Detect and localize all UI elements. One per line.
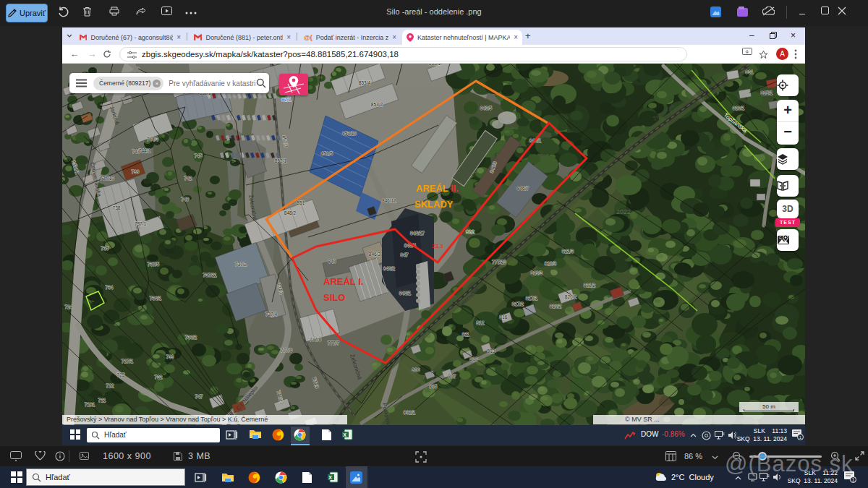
svg-text:777/8: 777/8: [310, 337, 322, 342]
svg-text:846/12: 846/12: [382, 198, 396, 203]
svg-text:X: X: [328, 475, 332, 480]
svg-text:727/1: 727/1: [122, 359, 134, 364]
svg-text:820/1: 820/1: [733, 106, 745, 111]
svg-text:737/5: 737/5: [148, 262, 160, 267]
svg-text:852/1: 852/1: [275, 158, 287, 163]
svg-text:777/7: 777/7: [328, 341, 340, 346]
svg-text:743: 743: [132, 149, 140, 154]
svg-text:892/1: 892/1: [404, 410, 416, 415]
svg-text:730/2: 730/2: [185, 335, 197, 340]
svg-text:817/2: 817/2: [512, 301, 524, 307]
svg-text:811: 811: [462, 332, 470, 337]
svg-text:737/4: 737/4: [265, 312, 278, 317]
svg-text:847: 847: [401, 252, 409, 257]
svg-text:805: 805: [430, 384, 438, 389]
svg-text:853/4: 853/4: [359, 80, 371, 85]
svg-text:849: 849: [328, 259, 336, 264]
svg-text:822: 822: [466, 229, 475, 234]
svg-text:777/6: 777/6: [281, 348, 293, 353]
svg-text:846/3: 846/3: [369, 252, 381, 257]
svg-text:816: 816: [500, 314, 508, 320]
svg-text:737/10: 737/10: [100, 176, 114, 181]
svg-text:807: 807: [448, 374, 456, 379]
svg-text:820/3: 820/3: [545, 261, 557, 266]
svg-text:777/19: 777/19: [492, 260, 506, 265]
svg-text:819/2: 819/2: [550, 304, 562, 309]
svg-text:SKLADY: SKLADY: [414, 199, 454, 210]
svg-text:846/7: 846/7: [517, 186, 529, 191]
svg-text:745: 745: [195, 153, 203, 158]
svg-text:732: 732: [155, 374, 163, 380]
svg-text:846/17: 846/17: [410, 231, 425, 236]
svg-text:735: 735: [101, 246, 109, 251]
svg-text:853/1: 853/1: [429, 64, 441, 66]
svg-text:7181: 7181: [85, 402, 95, 407]
svg-text:821/3: 821/3: [562, 249, 574, 254]
svg-text:813: 813: [488, 348, 495, 354]
svg-text:737/1: 737/1: [135, 221, 147, 226]
svg-text:738: 738: [113, 205, 121, 210]
svg-text:817/1: 817/1: [526, 296, 538, 301]
svg-text:744/3: 744/3: [147, 137, 159, 142]
svg-text:1: 1: [852, 477, 855, 482]
svg-text:848/2: 848/2: [284, 210, 297, 215]
svg-text:737/2: 737/2: [235, 262, 247, 267]
svg-text:852/5: 852/5: [321, 151, 333, 156]
svg-text:806: 806: [412, 367, 420, 372]
svg-text:740: 740: [182, 197, 190, 202]
svg-text:846/2: 846/2: [383, 266, 396, 271]
svg-text:82/1: 82/1: [281, 97, 292, 102]
svg-text:AREÁL I.: AREÁL I.: [323, 276, 363, 287]
svg-text:734: 734: [106, 285, 114, 290]
svg-text:23,3: 23,3: [432, 243, 443, 249]
svg-text:2022: 2022: [616, 208, 631, 215]
svg-text:825/1: 825/1: [761, 90, 773, 95]
svg-text:733: 733: [166, 354, 174, 359]
svg-text:736/1: 736/1: [150, 296, 162, 301]
svg-text:744/1: 744/1: [139, 148, 151, 153]
svg-text:747: 747: [195, 394, 203, 399]
svg-text:846/1: 846/1: [399, 291, 412, 296]
svg-text:819/3: 819/3: [531, 270, 543, 275]
svg-text:853/10: 853/10: [342, 131, 357, 136]
svg-text:SILO: SILO: [323, 292, 345, 303]
svg-text:X: X: [343, 432, 346, 437]
svg-text:737/11: 737/11: [203, 273, 217, 278]
svg-text:739: 739: [132, 169, 140, 174]
svg-text:821/2: 821/2: [584, 283, 596, 288]
svg-text:742: 742: [184, 176, 192, 181]
svg-text:724: 724: [65, 304, 73, 309]
svg-text:853/2: 853/2: [371, 102, 383, 107]
svg-text:722: 722: [106, 383, 114, 388]
svg-text:721: 721: [98, 398, 106, 403]
svg-text:725: 725: [117, 372, 125, 377]
svg-text:G: G: [779, 236, 782, 240]
svg-text:810: 810: [470, 356, 478, 361]
svg-text:812: 812: [477, 320, 485, 325]
svg-text:849/5: 849/5: [480, 106, 493, 111]
svg-text:AREÁL II.: AREÁL II.: [416, 183, 459, 194]
svg-text:820/2: 820/2: [565, 294, 577, 299]
svg-text:831: 831: [746, 69, 754, 74]
svg-text:851: 851: [297, 200, 305, 205]
